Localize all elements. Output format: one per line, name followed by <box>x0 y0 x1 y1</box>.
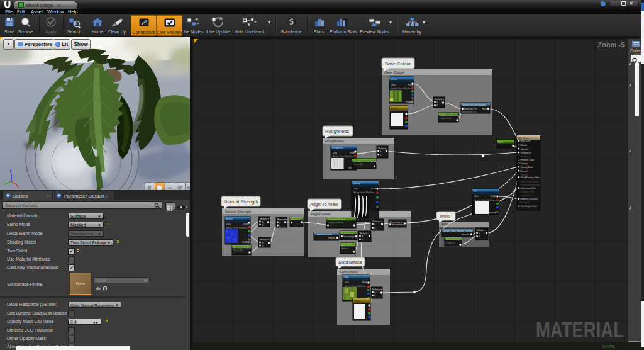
svg-text:Subsurface Color: Subsurface Color <box>521 187 537 189</box>
svg-text:Custom Data 1: Custom Data 1 <box>521 195 535 197</box>
svg-text:Subsurface: Subsurface <box>340 270 358 274</box>
svg-text:Base Colour: Base Colour <box>385 61 411 67</box>
svg-text:Multiply ▾: Multiply ▾ <box>378 147 387 150</box>
svg-text:TransformVector ▾: TransformVector ▾ <box>328 218 345 221</box>
svg-text:Anisotropy: Anisotropy <box>521 155 531 158</box>
svg-text:Param (S): Param (S) <box>353 163 363 166</box>
svg-text:x: x <box>18 185 20 189</box>
svg-text:M8_Base: M8_Base <box>518 137 530 140</box>
svg-text:World Displacement: World Displacement <box>521 181 540 183</box>
svg-text:Normal Strength: Normal Strength <box>225 210 251 213</box>
svg-text:"Roughness" Strength ▾: "Roughness" Strength ▾ <box>353 160 376 162</box>
svg-text:Param (S): Param (S) <box>233 249 243 252</box>
svg-text:Roughness: Roughness <box>325 139 343 143</box>
svg-text:Base Colour: Base Colour <box>384 71 404 74</box>
svg-text:Wind: Wind <box>440 213 450 219</box>
svg-text:Multiply ▾: Multiply ▾ <box>260 218 269 220</box>
svg-text:RGB: RGB <box>491 195 496 198</box>
svg-text:Opacity: Opacity <box>353 183 360 185</box>
svg-text:z: z <box>9 169 12 173</box>
svg-text:Normal ▾: Normal ▾ <box>291 218 300 221</box>
svg-text:Normal Strength: Normal Strength <box>224 199 258 205</box>
svg-text:Multiply ▾: Multiply ▾ <box>435 98 444 101</box>
svg-text:Normalize ▾: Normalize ▾ <box>341 232 353 235</box>
svg-text:Normal: Normal <box>521 170 528 172</box>
svg-text:Base Color: Base Color <box>521 140 531 142</box>
svg-text:Amount (S): Amount (S) <box>464 111 477 113</box>
svg-text:Apply View MipBias: Apply View MipBias <box>353 191 374 194</box>
svg-text:Colour: Colour <box>354 300 361 302</box>
svg-text:Output result: Output result <box>440 117 451 120</box>
svg-text:Roughness: Roughness <box>325 128 349 134</box>
svg-text:Opacity: Opacity <box>521 162 528 165</box>
svg-text:UVs: UVs <box>226 223 231 225</box>
svg-text:Result: Result <box>328 237 336 239</box>
svg-text:UVs: UVs <box>353 188 358 190</box>
svg-text:MATERIAL: MATERIAL <box>536 317 624 342</box>
svg-text:BaseColor (V3): BaseColor (V3) <box>464 108 477 110</box>
svg-text:Emissive Color: Emissive Color <box>521 159 535 161</box>
svg-text:VectorInput: VectorInput <box>392 223 404 226</box>
svg-text:Wet ▾: Wet ▾ <box>498 141 504 144</box>
svg-text:Apply View MipBias: Apply View MipBias <box>391 88 412 90</box>
svg-text:SP: SP <box>474 190 477 193</box>
svg-text:Multiply ▾: Multiply ▾ <box>360 232 369 235</box>
svg-text:Apply View MipBias: Apply View MipBias <box>333 155 353 158</box>
svg-text:Subtract ▾: Subtract ▾ <box>372 220 382 223</box>
svg-text:Colour: Colour <box>391 107 398 110</box>
svg-text:Param (S): Param (S) <box>446 242 455 244</box>
svg-text:Specular: Specular <box>521 148 530 150</box>
svg-text:Result: Result <box>462 234 469 236</box>
svg-text:Tangent: Tangent <box>521 174 528 176</box>
svg-text:Opacity Mask: Opacity Mask <box>521 166 533 169</box>
svg-text:Roughness: Roughness <box>521 152 531 154</box>
svg-text:Refraction: Refraction <box>521 201 530 204</box>
svg-text:(TangentToWorld): (TangentToWorld) <box>328 222 343 224</box>
svg-text:RGB: RGB <box>350 152 355 154</box>
svg-text:Normalize ▾: Normalize ▾ <box>390 221 402 223</box>
svg-text:UVs: UVs <box>345 281 349 284</box>
svg-text:Diffuse: Diffuse <box>391 78 397 81</box>
svg-text:Pixel Depth Offset: Pixel Depth Offset <box>521 205 538 208</box>
svg-text:Roughness: Roughness <box>332 147 343 149</box>
svg-text:Amount: Amount <box>341 247 348 250</box>
svg-text:SpeedTreeColorVariation: SpeedTreeColorVariation <box>462 104 486 106</box>
svg-text:RGB: RGB <box>243 223 249 225</box>
svg-text:Append ▾: Append ▾ <box>277 218 287 221</box>
svg-text:World Position Offset: World Position Offset <box>521 176 540 179</box>
svg-text:Tessellation Multiplier: Tessellation Multiplier <box>521 184 541 186</box>
svg-text:Multiply ▾: Multiply ▾ <box>477 229 486 232</box>
svg-text:Zoom -5: Zoom -5 <box>597 41 625 48</box>
svg-text:Metallic: Metallic <box>521 144 528 147</box>
svg-text:RGB: RGB <box>371 188 377 190</box>
svg-text:CullCameraFacing ▾: CullCameraFacing ▾ <box>440 114 459 116</box>
svg-text:Ambient Occlusion: Ambient Occlusion <box>521 198 538 200</box>
svg-text:Multiply ▾: Multiply ▾ <box>260 239 269 241</box>
svg-text:RGBA: RGBA <box>489 212 496 214</box>
svg-text:UVs: UVs <box>474 195 479 198</box>
svg-text:Subsurface: Subsurface <box>338 259 362 265</box>
svg-text:Result: Result <box>482 108 488 110</box>
svg-text:AlignToView ▾: AlignToView ▾ <box>341 244 355 247</box>
svg-text:Normal_Strength ▾: Normal_Strength ▾ <box>233 246 252 249</box>
svg-text:Apply View MipBias: Apply View MipBias <box>226 227 247 229</box>
svg-text:VectorInput: VectorInput <box>343 235 356 238</box>
svg-text:Apply View MipBias: Apply View MipBias <box>474 199 495 201</box>
svg-text:Normal: Normal <box>226 218 233 220</box>
svg-text:CameraVectorWS: CameraVectorWS <box>315 234 333 236</box>
svg-text:UVs: UVs <box>333 152 337 154</box>
svg-text:Align To View: Align To View <box>310 201 338 207</box>
svg-text:Wind Intensity ▾: Wind Intensity ▾ <box>446 239 461 241</box>
svg-text:Simple_Wind_Normal_Function: Simple_Wind_Normal_Function <box>443 230 473 232</box>
svg-text:AlignToView: AlignToView <box>311 212 331 216</box>
svg-text:Multiply ▾: Multiply ▾ <box>372 288 382 291</box>
svg-text:UVs: UVs <box>391 84 396 86</box>
svg-text:RGB: RGB <box>362 281 368 284</box>
svg-text:Custom Data 0: Custom Data 0 <box>521 191 535 193</box>
svg-text:Apply View MipBias: Apply View MipBias <box>345 285 365 288</box>
svg-text:SSS: SSS <box>344 276 349 279</box>
